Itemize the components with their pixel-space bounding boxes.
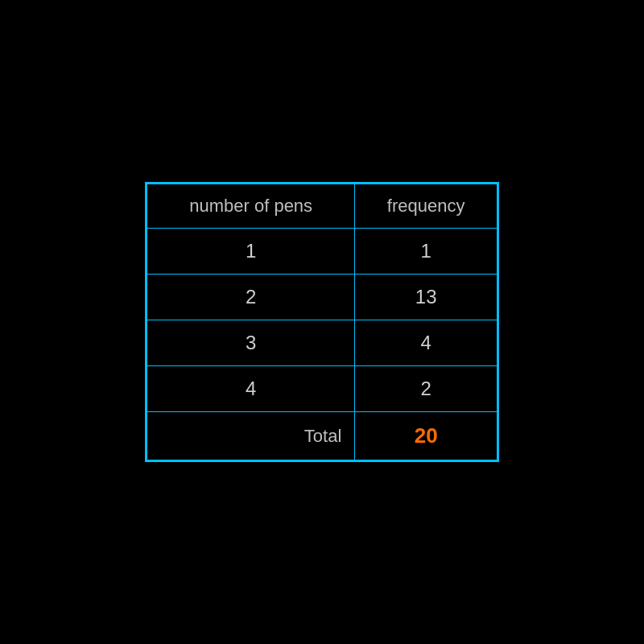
frequency-value-4: 2: [355, 366, 497, 412]
pens-value-1: 1: [147, 229, 355, 275]
pens-value-2: 2: [147, 275, 355, 320]
total-value: 20: [355, 412, 497, 460]
table-row: 4 2: [147, 366, 497, 412]
col-header-pens: number of pens: [147, 184, 355, 229]
pens-value-3: 3: [147, 320, 355, 366]
frequency-value-2: 13: [355, 275, 497, 320]
frequency-value-3: 4: [355, 320, 497, 366]
pens-value-4: 4: [147, 366, 355, 412]
frequency-value-1: 1: [355, 229, 497, 275]
table-row: 3 4: [147, 320, 497, 366]
total-label: Total: [147, 412, 355, 460]
frequency-table: number of pens frequency 1 1 2 13 3 4 4 …: [145, 182, 499, 462]
col-header-frequency: frequency: [355, 184, 497, 229]
table-row: 1 1: [147, 229, 497, 275]
table-row: 2 13: [147, 275, 497, 320]
total-row: Total 20: [147, 412, 497, 460]
